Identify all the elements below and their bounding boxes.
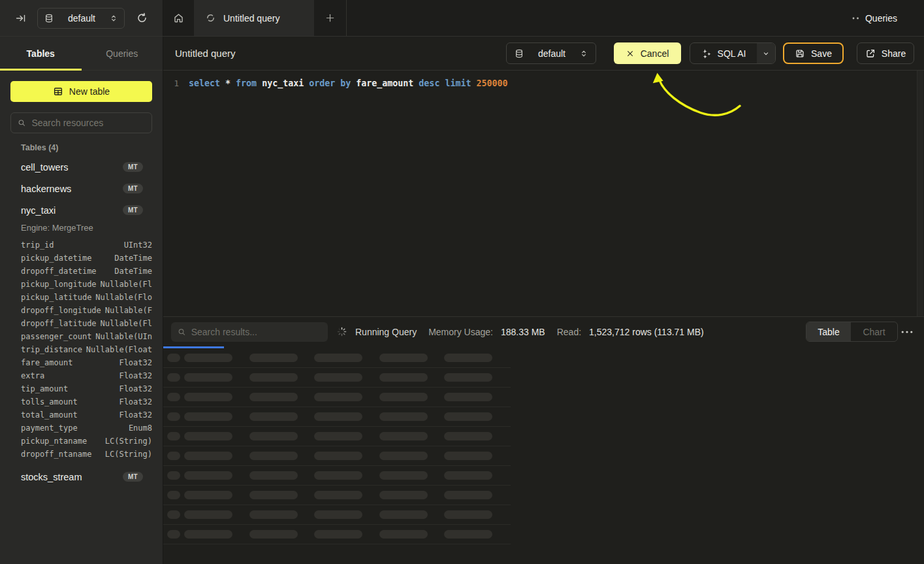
column-name: payment_type <box>21 423 78 433</box>
sidebar-tab-queries[interactable]: Queries <box>82 37 163 70</box>
sql-editor[interactable]: 1 select * from nyc_taxi order by fare_a… <box>163 71 924 316</box>
skeleton-cell <box>314 373 362 382</box>
cancel-label: Cancel <box>641 48 669 59</box>
queries-nav-button[interactable]: Queries <box>852 0 897 36</box>
sql-token-keyword: select <box>189 78 220 88</box>
search-resources-input[interactable] <box>31 118 145 128</box>
plus-icon <box>325 13 335 23</box>
topbar-spacer <box>347 0 852 36</box>
sidebar-search[interactable] <box>10 112 152 133</box>
save-button[interactable]: Save <box>783 42 844 64</box>
share-button[interactable]: Share <box>857 42 914 64</box>
skeleton-cell <box>167 393 180 401</box>
skeleton-cell <box>379 393 428 401</box>
view-toggle-chart[interactable]: Chart <box>851 322 897 341</box>
column-name: pickup_ntaname <box>21 437 87 446</box>
collapse-sidebar-button[interactable] <box>10 8 31 29</box>
column-name: dropoff_datetime <box>21 267 97 276</box>
query-header: Untitled query default <box>163 37 924 71</box>
new-table-label: New table <box>69 86 110 97</box>
memory-usage-value: 188.33 MB <box>501 327 545 337</box>
column-row: total_amountFloat32 <box>21 408 152 422</box>
skeleton-cell <box>167 491 180 499</box>
sidebar-tab-tables[interactable]: Tables <box>0 37 82 70</box>
sql-ai-button[interactable]: SQL AI <box>690 42 776 64</box>
column-type: Float32 <box>119 358 152 367</box>
engine-badge: MT <box>123 184 143 193</box>
skeleton-cell <box>184 530 232 539</box>
column-row: pickup_longitudeNullable(Fl <box>21 278 152 291</box>
sql-ai-dropdown[interactable] <box>757 43 775 63</box>
column-type: Nullable(Fl <box>101 319 152 328</box>
column-type: Nullable(Fl <box>101 280 152 289</box>
view-toggle-table-label: Table <box>818 327 839 337</box>
view-toggle-table[interactable]: Table <box>806 322 851 341</box>
ellipsis-icon <box>901 331 913 333</box>
skeleton-row <box>163 505 511 525</box>
share-label: Share <box>882 48 906 59</box>
save-label: Save <box>811 48 832 59</box>
new-table-button[interactable]: New table <box>10 81 152 102</box>
updown-chevron-icon <box>110 14 118 22</box>
skeleton-cell <box>379 354 428 362</box>
column-type: LC(String) <box>105 437 152 446</box>
column-name: tip_amount <box>21 384 68 393</box>
code-line: 1 select * from nyc_taxi order by fare_a… <box>163 77 924 90</box>
skeleton-cell <box>167 530 180 539</box>
skeleton-cell <box>379 373 428 382</box>
sql-ai-main[interactable]: SQL AI <box>690 43 757 63</box>
line-number: 1 <box>163 77 183 90</box>
table-item-nyc-taxi[interactable]: nyc_taxi MT <box>21 199 152 221</box>
skeleton-cell <box>249 471 298 480</box>
skeleton-cell <box>444 452 492 460</box>
column-type: Nullable(F <box>105 306 152 315</box>
editor-scrollbar[interactable] <box>917 71 923 316</box>
new-tab-button[interactable] <box>314 0 347 36</box>
skeleton-cell <box>249 432 298 440</box>
column-type: Enum8 <box>129 423 152 433</box>
table-icon <box>53 86 63 97</box>
skeleton-cell <box>249 354 298 362</box>
column-row: trip_idUInt32 <box>21 239 152 252</box>
close-icon <box>626 50 634 58</box>
top-bar: default <box>0 0 924 37</box>
database-selector[interactable]: default <box>37 8 125 29</box>
database-icon <box>515 49 524 58</box>
refresh-icon <box>136 12 148 24</box>
cancel-button[interactable]: Cancel <box>614 42 681 64</box>
column-row: fare_amountFloat32 <box>21 356 152 369</box>
column-row: dropoff_longitudeNullable(F <box>21 304 152 317</box>
sql-token-ident: nyc_taxi <box>262 78 304 88</box>
skeleton-cell <box>444 432 492 440</box>
table-item-cell-towers[interactable]: cell_towers MT <box>21 156 152 178</box>
resources-list: Tables (4) cell_towers MT hackernews MT … <box>0 142 163 488</box>
skeleton-cell <box>167 510 180 519</box>
sidebar-tab-queries-label: Queries <box>106 48 138 59</box>
home-button[interactable] <box>163 0 194 36</box>
column-row: dropoff_ntanameLC(String) <box>21 448 152 461</box>
sql-ai-label: SQL AI <box>718 48 746 59</box>
chevron-down-icon <box>762 50 770 58</box>
skeleton-cell <box>184 412 232 421</box>
skeleton-cell <box>184 393 232 401</box>
table-item-hackernews[interactable]: hackernews MT <box>21 178 152 199</box>
search-results-input[interactable] <box>191 327 321 337</box>
column-type: UInt32 <box>124 241 152 250</box>
skeleton-cell <box>379 471 428 480</box>
tab-untitled-query[interactable]: Untitled query <box>194 0 314 36</box>
refresh-databases-button[interactable] <box>132 8 151 28</box>
skeleton-cell <box>249 412 298 421</box>
skeleton-row <box>163 348 511 368</box>
query-running-spinner-icon <box>206 13 215 23</box>
header-database-selector[interactable]: default <box>506 42 596 64</box>
results-search[interactable] <box>171 322 328 342</box>
updown-chevron-icon <box>580 50 588 58</box>
skeleton-cell <box>167 412 180 421</box>
sql-code: select * from nyc_taxi order by fare_amo… <box>183 77 508 90</box>
table-item-stocks-stream[interactable]: stocks_stream MT <box>21 466 152 488</box>
more-options-button[interactable] <box>898 323 916 341</box>
skeleton-cell <box>184 373 232 382</box>
skeleton-cell <box>167 471 180 480</box>
skeleton-cell <box>379 452 428 460</box>
skeleton-cell <box>249 530 298 539</box>
